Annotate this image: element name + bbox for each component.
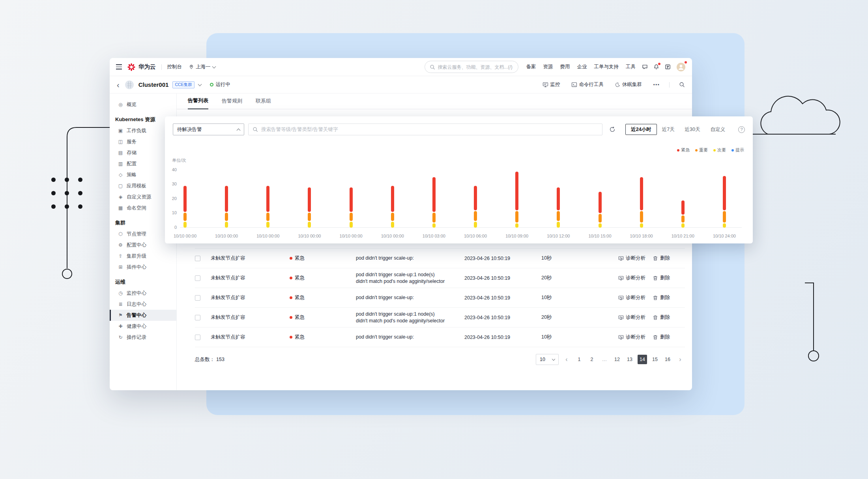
overview-icon: ◎: [118, 102, 123, 107]
back-button[interactable]: ‹: [117, 81, 120, 89]
sidebar-item-label: 自定义资源: [127, 194, 152, 200]
description-line: pod didn't trigger scale-up:: [356, 255, 464, 262]
alert-duration: 20秒: [541, 314, 618, 321]
page-button[interactable]: 2: [587, 355, 597, 364]
global-search[interactable]: [425, 61, 518, 73]
sidebar-item-health-center[interactable]: ✚健康中心: [110, 321, 176, 332]
sidebar-item-log-center[interactable]: ≣日志中心: [110, 299, 176, 310]
row-checkbox[interactable]: [195, 315, 200, 320]
description-line: didn't match pod's node agginity/selecto…: [356, 278, 464, 285]
row-checkbox[interactable]: [195, 295, 200, 301]
page-button[interactable]: 14: [638, 355, 647, 364]
chart-bar[interactable]: [640, 177, 643, 228]
next-page-button[interactable]: ›: [675, 355, 685, 364]
cli-tools-button[interactable]: 命令行工具: [571, 81, 604, 88]
search-icon-button[interactable]: [679, 82, 685, 88]
y-axis-tick: 20: [165, 196, 177, 201]
row-checkbox[interactable]: [195, 335, 200, 340]
notification-bell-icon[interactable]: [653, 64, 659, 70]
region-selector[interactable]: 上海一: [189, 64, 215, 70]
chart-bar[interactable]: [391, 186, 394, 228]
chart-bar[interactable]: [266, 186, 269, 228]
chart-bar[interactable]: [723, 176, 726, 228]
chart-bar[interactable]: [557, 187, 560, 228]
delete-button[interactable]: 删除: [653, 255, 670, 262]
page-button[interactable]: 12: [612, 355, 622, 364]
alert-time: 2023-04-26 10:50:19: [464, 335, 541, 340]
alert-level: 紧急: [295, 334, 305, 341]
decor-line-right: [805, 283, 814, 350]
status-label: 运行中: [216, 81, 231, 88]
diagnose-button[interactable]: 诊断分析: [618, 314, 645, 321]
delete-button[interactable]: 删除: [653, 294, 670, 301]
sidebar-item-alarm-center[interactable]: ⚑告警中心: [110, 310, 176, 321]
row-checkbox[interactable]: [195, 275, 200, 281]
moon-icon: [615, 82, 620, 88]
delete-button[interactable]: 删除: [653, 334, 670, 341]
chart-bar[interactable]: [225, 186, 228, 228]
tab-contact-groups[interactable]: 联系组: [256, 97, 271, 109]
bar-segment-major: [350, 213, 353, 221]
tab-alert-rules[interactable]: 告警规则: [222, 97, 242, 109]
description-line: didn't match pod's node agginity/selecto…: [356, 318, 464, 324]
bar-segment-minor: [183, 222, 187, 228]
global-search-input[interactable]: [438, 64, 513, 70]
nav-link[interactable]: 工单与支持: [594, 64, 619, 70]
chart-bar[interactable]: [308, 187, 311, 228]
diagnose-button[interactable]: 诊断分析: [618, 275, 645, 281]
huawei-logo[interactable]: 华为云: [127, 63, 156, 71]
alert-time: 2023-04-26 10:50:19: [464, 295, 541, 301]
page-size-select[interactable]: 10: [536, 354, 559, 365]
checkbox-cell: [195, 315, 211, 320]
chart-bar[interactable]: [350, 187, 353, 228]
cluster-icon: [124, 80, 135, 90]
sidebar-item-cluster-upgrade[interactable]: ⇧集群升级: [110, 251, 176, 262]
prev-page-button[interactable]: ‹: [562, 355, 571, 364]
cluster-switch-chevron-icon[interactable]: [198, 82, 202, 86]
console-link[interactable]: 控制台: [167, 64, 182, 70]
nav-link[interactable]: 资源: [543, 64, 553, 70]
page-button[interactable]: 13: [625, 355, 634, 364]
monitor-button[interactable]: 监控: [542, 81, 560, 88]
huawei-flower-icon: [127, 63, 136, 71]
sidebar-item-operation-records[interactable]: ↻操作记录: [110, 332, 176, 343]
language-icon[interactable]: [665, 64, 671, 70]
chart-bar[interactable]: [474, 186, 477, 228]
nav-link[interactable]: 企业: [577, 64, 587, 70]
cluster-status: 运行中: [210, 81, 231, 88]
chart-bar[interactable]: [681, 200, 685, 228]
menu-icon[interactable]: [116, 64, 122, 69]
delete-button[interactable]: 删除: [653, 275, 670, 281]
chart-bar[interactable]: [432, 177, 436, 228]
tab-alert-list[interactable]: 告警列表: [188, 97, 208, 109]
sidebar-item-label: 操作记录: [127, 334, 146, 341]
more-icon[interactable]: ⋯: [653, 81, 660, 88]
page-button[interactable]: 15: [650, 355, 660, 364]
hibernate-button[interactable]: 休眠集群: [615, 81, 642, 88]
template-icon: ▢: [118, 183, 123, 189]
bar-segment-minor: [599, 223, 602, 228]
table-row: 未触发节点扩容紧急pod didn't trigger scale-up:1 n…: [195, 268, 685, 288]
workloads-icon: ▣: [118, 128, 123, 133]
bar-segment-critical: [640, 177, 643, 210]
sidebar-item-monitor-center[interactable]: ◷监控中心: [110, 288, 176, 299]
chart-bar[interactable]: [599, 192, 602, 228]
delete-button[interactable]: 删除: [653, 314, 670, 321]
diagnose-button[interactable]: 诊断分析: [618, 294, 645, 301]
nav-link[interactable]: 工具: [626, 64, 636, 70]
diagnose-button[interactable]: 诊断分析: [618, 255, 645, 262]
avatar[interactable]: [676, 62, 686, 72]
chart-bar[interactable]: [183, 186, 187, 228]
sidebar-item-label: 告警中心: [127, 312, 146, 319]
nav-link[interactable]: 费用: [560, 64, 570, 70]
message-icon[interactable]: [642, 64, 648, 70]
page-button[interactable]: 16: [663, 355, 672, 364]
chart-bar[interactable]: [515, 172, 518, 228]
diagnose-button[interactable]: 诊断分析: [618, 334, 645, 341]
page-button[interactable]: 1: [574, 355, 584, 364]
row-checkbox[interactable]: [195, 256, 200, 261]
nav-link[interactable]: 备案: [526, 64, 536, 70]
sidebar-item-overview[interactable]: ◎概览: [110, 99, 176, 110]
sidebar-item-addon-center[interactable]: ⊞插件中心: [110, 262, 176, 273]
table-row: 未触发节点扩容紧急pod didn't trigger scale-up:202…: [195, 327, 685, 347]
